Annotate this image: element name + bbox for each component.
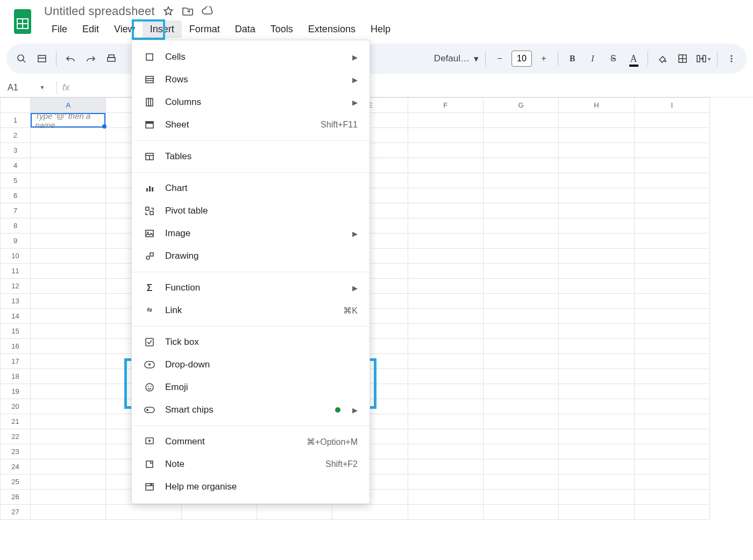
bold-button[interactable]: B (563, 49, 582, 68)
cell-A11[interactable] (31, 264, 106, 279)
cell-H11[interactable] (559, 264, 634, 279)
insert-pivot[interactable]: Pivot table (132, 200, 370, 222)
menu-extensions[interactable]: Extensions (301, 20, 363, 38)
cell-F25[interactable] (408, 474, 483, 490)
cell-I17[interactable] (634, 354, 709, 369)
insert-columns[interactable]: Columns▶ (132, 91, 370, 114)
insert-rows[interactable]: Rows▶ (132, 68, 370, 91)
cell-H18[interactable] (559, 369, 634, 384)
cell-F1[interactable] (408, 113, 483, 128)
print-button[interactable] (102, 49, 121, 68)
fill-color-button[interactable] (652, 49, 672, 68)
cell-A17[interactable] (31, 354, 106, 369)
cell-H15[interactable] (559, 324, 634, 339)
cell-G18[interactable] (484, 369, 559, 384)
row-header-11[interactable]: 11 (1, 264, 31, 279)
cell-I6[interactable] (634, 188, 709, 203)
insert-note[interactable]: NoteShift+F2 (132, 453, 370, 476)
cell-G24[interactable] (484, 459, 559, 474)
col-header-A[interactable]: A (31, 98, 106, 113)
cell-H22[interactable] (559, 429, 634, 444)
cell-I13[interactable] (634, 294, 709, 309)
cell-F21[interactable] (408, 414, 483, 429)
insert-dropdown[interactable]: Drop-down (132, 353, 370, 376)
cell-I19[interactable] (634, 384, 709, 399)
col-header-H[interactable]: H (559, 98, 634, 113)
cell-E27[interactable] (332, 505, 408, 520)
cell-I22[interactable] (634, 429, 709, 444)
insert-organise[interactable]: Help me organise (132, 476, 370, 498)
row-header-23[interactable]: 23 (1, 444, 31, 459)
cell-H26[interactable] (559, 490, 634, 505)
cell-I16[interactable] (634, 339, 709, 354)
cell-A14[interactable] (31, 309, 106, 324)
menu-help[interactable]: Help (363, 20, 398, 38)
row-header-27[interactable]: 27 (1, 505, 31, 520)
cell-A24[interactable] (31, 459, 106, 474)
cell-H25[interactable] (559, 474, 634, 490)
font-family-select[interactable]: Defaul…▾ (432, 53, 481, 65)
cell-A13[interactable] (31, 294, 106, 309)
cell-F6[interactable] (408, 188, 483, 203)
cell-F5[interactable] (408, 173, 483, 188)
cell-I11[interactable] (634, 264, 709, 279)
row-header-16[interactable]: 16 (1, 339, 31, 354)
cell-G12[interactable] (484, 279, 559, 294)
cell-F13[interactable] (408, 294, 483, 309)
cell-C27[interactable] (181, 505, 257, 520)
cell-G22[interactable] (484, 429, 559, 444)
font-size-decrease[interactable]: − (490, 49, 509, 68)
sheets-app-icon[interactable] (11, 6, 34, 37)
cell-A15[interactable] (31, 324, 106, 339)
cell-H13[interactable] (559, 294, 634, 309)
cell-D27[interactable] (257, 505, 332, 520)
row-header-18[interactable]: 18 (1, 369, 31, 384)
cell-G8[interactable] (484, 218, 559, 233)
row-header-14[interactable]: 14 (1, 309, 31, 324)
font-size-input[interactable] (512, 51, 532, 67)
name-box[interactable]: A1 ▼ (0, 83, 51, 93)
cell-F14[interactable] (408, 309, 483, 324)
cell-I20[interactable] (634, 399, 709, 414)
cell-I25[interactable] (634, 474, 709, 490)
cell-I26[interactable] (634, 490, 709, 505)
cell-G21[interactable] (484, 414, 559, 429)
cell-F11[interactable] (408, 264, 483, 279)
cloud-status-icon[interactable] (201, 5, 213, 17)
cell-H9[interactable] (559, 233, 634, 249)
insert-tickbox[interactable]: Tick box (132, 331, 370, 353)
cell-A8[interactable] (31, 218, 106, 233)
cell-H1[interactable] (559, 113, 634, 128)
cell-I15[interactable] (634, 324, 709, 339)
spreadsheet-grid[interactable]: ABCDEFGHI1Type '@' then a name2345678910… (0, 97, 753, 520)
cell-A20[interactable] (31, 399, 106, 414)
insert-image[interactable]: Image▶ (132, 222, 370, 245)
cell-I8[interactable] (634, 218, 709, 233)
cell-G16[interactable] (484, 339, 559, 354)
row-header-5[interactable]: 5 (1, 173, 31, 188)
cell-G26[interactable] (484, 490, 559, 505)
col-header-F[interactable]: F (408, 98, 483, 113)
cell-I10[interactable] (634, 249, 709, 264)
select-all-corner[interactable] (1, 98, 31, 113)
cell-A12[interactable] (31, 279, 106, 294)
cell-I2[interactable] (634, 128, 709, 143)
cell-A19[interactable] (31, 384, 106, 399)
col-header-G[interactable]: G (484, 98, 559, 113)
cell-A3[interactable] (31, 143, 106, 158)
cell-F10[interactable] (408, 249, 483, 264)
cell-H10[interactable] (559, 249, 634, 264)
move-icon[interactable] (182, 5, 194, 17)
cell-F2[interactable] (408, 128, 483, 143)
cell-G15[interactable] (484, 324, 559, 339)
row-header-22[interactable]: 22 (1, 429, 31, 444)
table-view-button[interactable] (32, 49, 52, 68)
row-header-21[interactable]: 21 (1, 414, 31, 429)
cell-I1[interactable] (634, 113, 709, 128)
row-header-17[interactable]: 17 (1, 354, 31, 369)
cell-F16[interactable] (408, 339, 483, 354)
merge-cells-button[interactable]: ▾ (693, 49, 713, 68)
cell-G27[interactable] (484, 505, 559, 520)
cell-A26[interactable] (31, 490, 106, 505)
font-size-increase[interactable]: + (534, 49, 553, 68)
